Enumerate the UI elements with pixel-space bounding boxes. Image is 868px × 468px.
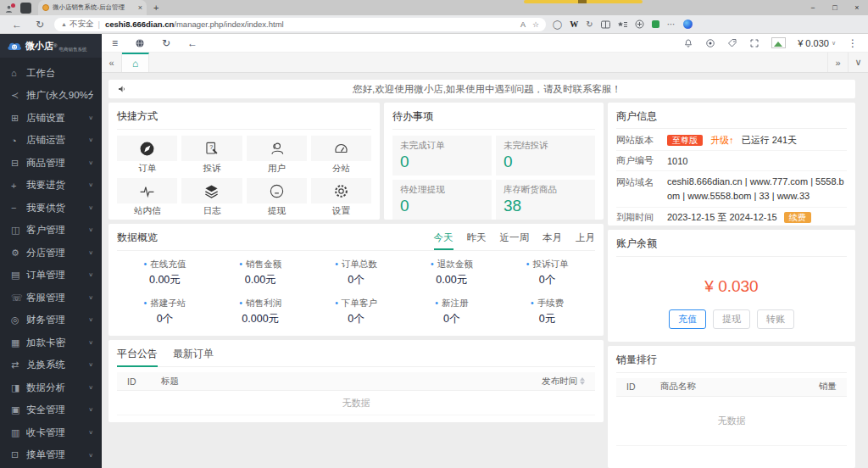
tab-platform-announcements[interactable]: 平台公告: [117, 347, 158, 367]
shortcut-users[interactable]: 用户: [247, 136, 307, 175]
extension-disabled-icon[interactable]: ◯: [553, 20, 562, 29]
announcement-text: 您好,欢迎使用微小店,如果使用中遇到问题，请及时联系客服！: [353, 83, 621, 96]
green-extension-icon[interactable]: [652, 20, 659, 28]
globe-icon[interactable]: [135, 38, 145, 48]
compass-order-icon: [139, 141, 155, 157]
logo-subtitle: 电商销售系统: [58, 47, 86, 53]
new-tab-button[interactable]: +: [153, 3, 159, 13]
stat-complaint-orders: 投诉订单0个: [499, 259, 595, 287]
tab-latest-orders[interactable]: 最新订单: [173, 347, 214, 361]
favorite-star-icon[interactable]: ☆: [532, 20, 539, 29]
fullscreen-icon[interactable]: [749, 38, 760, 48]
tabs-menu-button[interactable]: ∨: [848, 53, 868, 72]
sidebar-item-analytics[interactable]: ◨数据分析∨: [0, 376, 102, 399]
sidebar-item-security[interactable]: ▣安全管理∨: [0, 399, 102, 422]
bell-icon[interactable]: [683, 38, 693, 48]
tab-title: 微小店销售系统-后台管理: [53, 3, 135, 12]
todo-out-of-stock[interactable]: 库存断货商品 38: [496, 180, 595, 220]
tab-close-icon[interactable]: ×: [138, 3, 142, 12]
sidebar-item-goods[interactable]: ⊟商品管理∨: [0, 152, 102, 175]
shortcut-orders[interactable]: 订单: [117, 136, 177, 175]
read-aloud-icon[interactable]: A: [520, 20, 526, 29]
sidebar-item-shop-operation[interactable]: ◔店铺运营∨: [0, 130, 102, 153]
browser-refresh-button[interactable]: ↻: [36, 19, 44, 31]
browser-back-button[interactable]: ←: [12, 19, 22, 31]
todo-unfinished-orders[interactable]: 未完成订单 0: [392, 136, 492, 176]
sidebar-item-supply[interactable]: −我要供货∨: [0, 197, 102, 220]
sidebar-item-order-taking[interactable]: ⊡接单管理∨: [0, 444, 102, 467]
browser-tab[interactable]: 微小店销售系统-后台管理 ×: [38, 0, 147, 15]
sidebar-item-finance[interactable]: ◎财务管理∨: [0, 309, 102, 332]
sidebar-item-shop-settings[interactable]: ⊞店铺设置∨: [0, 107, 102, 130]
tabs-scroll-right-button[interactable]: »: [827, 53, 848, 72]
window-close-button[interactable]: ×: [846, 0, 868, 15]
theme-icon[interactable]: [705, 38, 715, 48]
tab-this-month[interactable]: 本月: [542, 231, 562, 244]
upgrade-link[interactable]: 升级↑: [710, 135, 734, 145]
version-badge: 至尊版: [667, 135, 703, 146]
chevron-down-icon: ∨: [88, 385, 93, 391]
security-label[interactable]: 不安全: [70, 19, 94, 30]
shortcut-substations[interactable]: 分站: [311, 136, 371, 175]
admin-app: 微小店 ® 电商销售系统 ⌂工作台 ≺推广(永久90%分成) ⊞店铺设置∨ ◔店…: [0, 34, 868, 468]
avatar[interactable]: [771, 37, 786, 48]
recharge-button[interactable]: 充值: [669, 309, 706, 329]
window-minimize-button[interactable]: −: [802, 0, 824, 15]
ranking-title: 销量排行: [616, 353, 847, 373]
browser-profile-button[interactable]: [0, 3, 17, 14]
chevron-down-icon: ∨: [88, 272, 93, 278]
balance-value: ¥ 0.030: [798, 38, 829, 48]
shortcut-logs[interactable]: 日志: [181, 178, 242, 217]
sidebar-item-promotion[interactable]: ≺推广(永久90%分成): [0, 85, 102, 108]
shortcut-settings[interactable]: 设置: [311, 178, 371, 217]
withdraw-button[interactable]: 提现: [713, 309, 750, 329]
chevron-down-icon: ∨: [88, 317, 93, 323]
tabs-scroll-left-button[interactable]: «: [102, 53, 122, 72]
sidebar-item-customers[interactable]: ◫客户管理∨: [0, 220, 102, 242]
address-bar[interactable]: ▲ 不安全 | ceshi8.666dian.cn /manager.php/i…: [54, 18, 546, 31]
sidebar-item-service[interactable]: ☏客服管理∨: [0, 287, 102, 309]
merchant-expiry-row: 到期时间 2023-12-15 至 2024-12-15 续费: [616, 208, 847, 227]
todo-pending-withdrawals[interactable]: 待处理提现 0: [392, 180, 492, 220]
collapse-menu-icon[interactable]: ≡: [112, 37, 118, 49]
transfer-button[interactable]: 转账: [757, 309, 794, 329]
tab-last-month[interactable]: 上月: [576, 231, 595, 244]
tag-icon[interactable]: [727, 38, 737, 48]
workspace-icon[interactable]: [20, 3, 31, 14]
wikipedia-extension-icon[interactable]: W: [570, 20, 578, 29]
tab-last-week[interactable]: 近一周: [500, 231, 530, 244]
split-screen-icon[interactable]: [601, 20, 610, 29]
back-icon[interactable]: ←: [187, 37, 198, 49]
collections-icon[interactable]: [618, 20, 627, 29]
shortcut-messages[interactable]: 站内信: [117, 178, 177, 217]
sort-icon[interactable]: [580, 377, 585, 385]
sidebar-item-purchase[interactable]: +我要进货∨: [0, 175, 102, 198]
user-icon: [269, 141, 285, 157]
browser-settings-icon[interactable]: ⋯: [667, 20, 676, 29]
more-menu-icon[interactable]: ⋮: [848, 37, 858, 49]
tab-home-active[interactable]: ⌂: [122, 53, 149, 72]
sidebar-item-orders[interactable]: ▤订单管理∨: [0, 265, 102, 287]
merchant-version-row: 网站版本 至尊版 升级↑ 已运行 241天: [616, 131, 847, 151]
shortcut-complaints[interactable]: ? 投诉: [181, 136, 242, 175]
copilot-icon[interactable]: [683, 20, 693, 29]
window-maximize-button[interactable]: □: [824, 0, 846, 15]
page-tab-bar: « ⌂ » ∨: [102, 53, 868, 73]
refresh-extension-icon[interactable]: ↻: [586, 20, 593, 29]
stat-order-total: 订单总数0个: [309, 259, 404, 287]
sidebar-item-exchange[interactable]: ⇄兑换系统∨: [0, 354, 102, 377]
sidebar-item-workbench[interactable]: ⌂工作台: [0, 62, 102, 85]
renew-button[interactable]: 续费: [784, 212, 811, 223]
sidebar-item-card-collect[interactable]: ▥收卡管理∨: [0, 421, 102, 444]
todo-open-complaints[interactable]: 未完结投诉 0: [496, 136, 595, 176]
chevron-down-icon: ∨: [832, 40, 836, 47]
balance-dropdown[interactable]: ¥ 0.030 ∨: [798, 38, 836, 48]
sidebar-item-recharge-cards[interactable]: ▦加款卡密∨: [0, 332, 102, 354]
tab-today[interactable]: 今天: [434, 231, 453, 250]
refresh-page-icon[interactable]: ↻: [162, 37, 170, 49]
tab-yesterday[interactable]: 昨天: [467, 231, 487, 244]
shortcut-withdraw[interactable]: 提现: [247, 178, 307, 217]
extensions-icon[interactable]: [635, 20, 644, 29]
chevron-down-icon: ∨: [88, 430, 93, 436]
sidebar-item-branches[interactable]: ⚙分店管理∨: [0, 242, 102, 265]
